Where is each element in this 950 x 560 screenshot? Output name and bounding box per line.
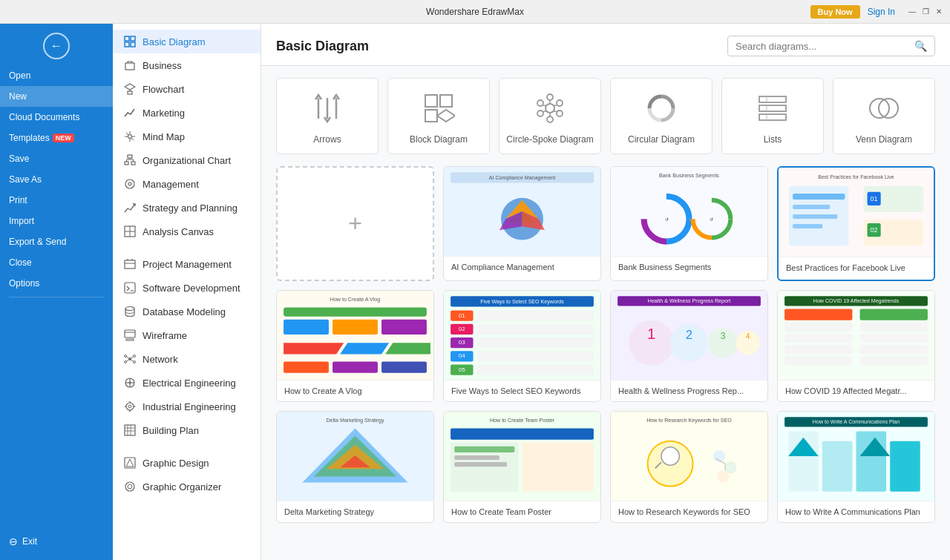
template-card-vlog[interactable]: How to Create A Vlog	[276, 290, 434, 402]
back-button[interactable]: ←	[43, 33, 70, 59]
options-label: Options	[9, 278, 39, 289]
svg-rect-120	[284, 307, 427, 316]
category-item-wireframe[interactable]: Wireframe	[113, 323, 261, 347]
svg-rect-165	[860, 323, 928, 332]
template-card-covid[interactable]: How COVID 19 Affected Megatrends	[777, 290, 935, 402]
close-button[interactable]: ✕	[934, 7, 944, 17]
minimize-button[interactable]: —	[907, 7, 917, 17]
graphic-organizer-icon	[123, 480, 137, 493]
svg-rect-167	[860, 345, 928, 354]
category-item-industrial[interactable]: Industrial Engineering	[113, 395, 261, 418]
category-item-flowchart[interactable]: Flowchart	[113, 77, 261, 101]
database-icon	[123, 305, 137, 318]
category-label: Wireframe	[142, 330, 187, 341]
template-label: Bank Business Segments	[611, 256, 767, 277]
add-new-card[interactable]: +	[276, 166, 434, 281]
svg-point-64	[128, 484, 132, 489]
svg-line-42	[126, 357, 128, 358]
icon-card-circle-spoke[interactable]: Circle-Spoke Diagram	[499, 78, 601, 154]
template-thumbnail: How COVID 19 Affected Megatrends	[778, 291, 934, 380]
template-card-marketing[interactable]: Delta Marketing Strategy Delta Marketing…	[276, 411, 434, 523]
icon-card-arrows[interactable]: Arrows	[276, 78, 379, 154]
svg-text:01: 01	[871, 195, 878, 202]
sidebar-item-exit[interactable]: ⊖ Exit	[0, 530, 113, 553]
icon-card-venn[interactable]: Venn Diagram	[833, 78, 935, 154]
signin-link[interactable]: Sign In	[868, 7, 895, 17]
category-item-management[interactable]: Management	[113, 172, 261, 196]
category-item-mindmap[interactable]: Mind Map	[113, 125, 261, 148]
template-card-best-practices[interactable]: Best Practices for Facebook Live 01 0	[777, 166, 935, 281]
svg-rect-112	[793, 205, 830, 209]
category-item-analysis[interactable]: Analysis Canvas	[113, 220, 261, 243]
sidebar-item-save[interactable]: Save	[0, 148, 113, 169]
template-card-bank-business[interactable]: Bank Business Segments ↺ ↺ Bank Business…	[610, 166, 768, 281]
sidebar-item-print[interactable]: Print	[0, 190, 113, 211]
restore-button[interactable]: ❐	[920, 7, 931, 17]
flowchart-icon	[123, 82, 137, 96]
category-item-electrical[interactable]: Electrical Engineering	[113, 371, 261, 395]
svg-text:AI Compliance Management: AI Compliance Management	[489, 175, 556, 181]
svg-point-38	[125, 355, 127, 358]
template-card-ai-compliance[interactable]: AI Compliance Management AI Compliance M…	[443, 166, 601, 281]
sidebar-item-templates[interactable]: Templates NEW	[0, 128, 113, 148]
template-card-comms[interactable]: How to Write A Communications Plan How t…	[777, 411, 935, 523]
svg-rect-4	[125, 63, 134, 70]
category-panel: Basic Diagram Business Flowchart Marketi…	[113, 24, 261, 560]
category-item-building[interactable]: Building Plan	[113, 418, 261, 442]
svg-point-77	[537, 111, 543, 116]
sidebar-item-close[interactable]: Close	[0, 252, 113, 273]
search-icon[interactable]: 🔍	[914, 40, 927, 52]
svg-marker-5	[125, 84, 135, 90]
save-label: Save	[9, 154, 29, 164]
svg-rect-193	[822, 441, 853, 492]
template-card-seo[interactable]: Five Ways to Select SEO Keywords 01 02 0…	[443, 290, 601, 402]
templates-label: Templates	[9, 133, 50, 143]
svg-marker-125	[340, 343, 389, 354]
svg-point-75	[557, 111, 563, 116]
category-item-business[interactable]: Business	[113, 53, 261, 77]
category-label: Industrial Engineering	[142, 401, 236, 412]
template-thumbnail: How to Research Keywords for SEO	[611, 412, 767, 501]
sidebar-item-cloud[interactable]: Cloud Documents	[0, 107, 113, 128]
icon-card-circular[interactable]: Circular Diagram	[610, 78, 712, 154]
template-grid: + AI Compliance Management	[276, 166, 935, 523]
search-input[interactable]	[736, 41, 911, 52]
sidebar-item-import[interactable]: Import	[0, 211, 113, 231]
svg-rect-56	[125, 425, 135, 435]
sidebar-item-new[interactable]: New	[0, 86, 113, 107]
sidebar-item-export[interactable]: Export & Send	[0, 231, 113, 252]
svg-text:3: 3	[721, 331, 726, 341]
sidebar-item-save-as[interactable]: Save As	[0, 169, 113, 190]
svg-rect-70	[425, 110, 437, 122]
category-item-marketing[interactable]: Marketing	[113, 101, 261, 125]
icon-card-lists[interactable]: Lists	[721, 78, 824, 154]
sidebar-item-open[interactable]: Open	[0, 65, 113, 86]
svg-text:1: 1	[647, 326, 655, 342]
svg-point-187	[717, 470, 729, 482]
template-thumbnail: How to Create Team Poster	[444, 412, 600, 501]
template-card-team-poster[interactable]: How to Create Team Poster How to Create …	[443, 411, 601, 523]
buy-button[interactable]: Buy Now	[810, 5, 860, 19]
svg-point-183	[661, 447, 679, 465]
category-item-graphic-organizer[interactable]: Graphic Organizer	[113, 475, 261, 498]
category-item-strategy[interactable]: Strategy and Planning	[113, 196, 261, 220]
category-item-project-mgmt[interactable]: Project Management	[113, 252, 261, 276]
template-card-health[interactable]: Health & Wellness Progress Report 1 2 3 …	[610, 290, 768, 402]
svg-rect-161	[784, 334, 852, 343]
svg-line-45	[131, 360, 134, 361]
category-item-database[interactable]: Database Modeling	[113, 300, 261, 323]
sidebar-item-options[interactable]: Options	[0, 273, 113, 294]
svg-rect-146	[477, 365, 594, 375]
venn-symbol	[868, 92, 900, 128]
category-item-orgchart[interactable]: Organizational Chart	[113, 148, 261, 172]
category-label: Building Plan	[142, 425, 199, 436]
icon-card-block[interactable]: Block Diagram	[387, 78, 490, 154]
category-item-software[interactable]: Software Development	[113, 276, 261, 300]
category-item-network[interactable]: Network	[113, 347, 261, 371]
strategy-icon	[123, 201, 137, 214]
category-item-basic-diagram[interactable]: Basic Diagram	[113, 30, 261, 53]
svg-rect-127	[284, 362, 329, 373]
template-card-research[interactable]: How to Research Keywords for SEO How to …	[610, 411, 768, 523]
template-label: Delta Marketing Strategy	[277, 501, 433, 522]
category-item-graphic-design[interactable]: Graphic Design	[113, 451, 261, 475]
